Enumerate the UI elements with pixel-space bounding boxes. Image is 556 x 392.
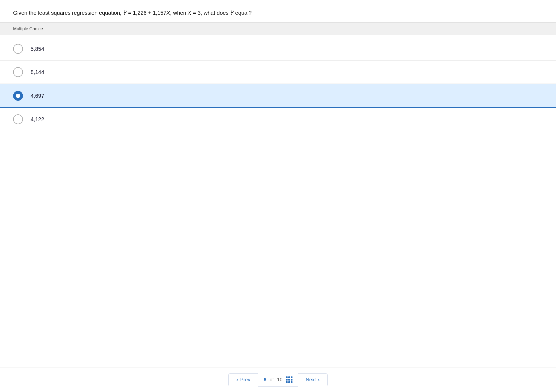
choice-label-d: 4,122 (31, 116, 44, 123)
footer: ‹ Prev 8 of 10 Next › (0, 367, 556, 392)
choice-label-b: 8,144 (31, 69, 44, 75)
radio-d[interactable] (13, 114, 23, 124)
choice-row-d[interactable]: 4,122 (0, 108, 556, 131)
answer-type-label: Multiple Choice (13, 26, 43, 31)
radio-b[interactable] (13, 67, 23, 77)
radio-c[interactable] (13, 91, 23, 101)
choice-row-c[interactable]: 4,697 (0, 84, 556, 108)
grid-icon[interactable] (286, 376, 292, 383)
choice-label-a: 5,854 (31, 46, 44, 52)
choice-label-c: 4,697 (31, 93, 44, 99)
radio-a[interactable] (13, 44, 23, 54)
current-page: 8 (264, 377, 266, 383)
of-label: of (270, 377, 274, 383)
next-label: Next (306, 377, 316, 383)
question-text: Given the least squares regression equat… (13, 9, 543, 17)
question-area: Given the least squares regression equat… (0, 0, 556, 23)
total-pages: 10 (277, 377, 283, 383)
next-button[interactable]: Next › (298, 373, 328, 386)
choice-row-b[interactable]: 8,144 (0, 61, 556, 84)
choice-row-a[interactable]: 5,854 (0, 37, 556, 61)
prev-button[interactable]: ‹ Prev (228, 373, 258, 386)
choices-area: 5,854 8,144 4,697 4,122 (0, 35, 556, 250)
prev-chevron-icon: ‹ (236, 377, 238, 383)
next-chevron-icon: › (318, 377, 320, 383)
page-indicator: 8 of 10 (258, 373, 298, 387)
prev-label: Prev (240, 377, 250, 383)
answer-type-bar: Multiple Choice (0, 23, 556, 35)
